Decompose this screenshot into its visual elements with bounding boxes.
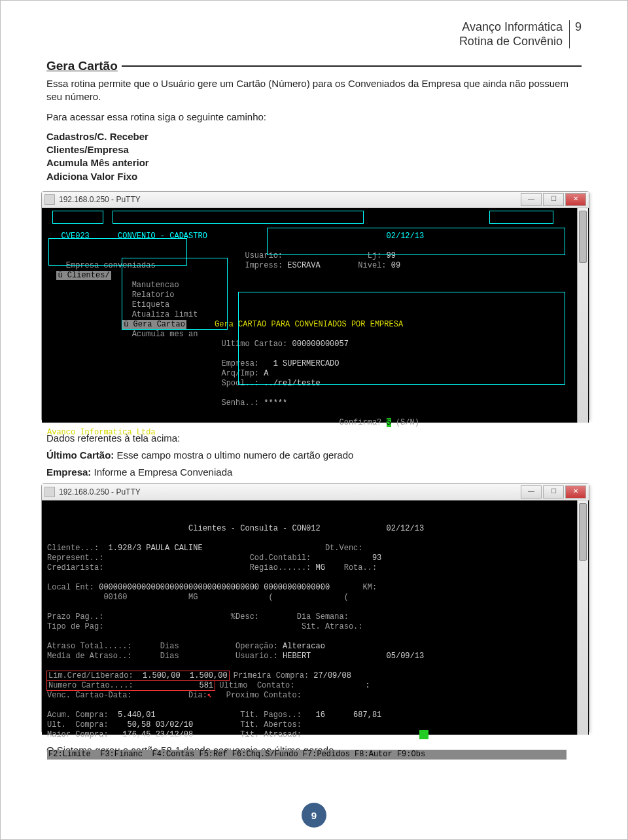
title-rule <box>122 65 582 67</box>
nav-cadastros: Cadastros/C. Receber <box>46 130 582 143</box>
page-header: Avanço Informática Rotina de Convênio 9 <box>46 20 582 48</box>
nav-acumula: Acumula Mês anterior <box>46 156 582 169</box>
putty-icon <box>44 194 55 205</box>
page-number-bottom: 9 <box>302 803 326 828</box>
putty-window-1: 192.168.0.250 - PuTTY — ☐ ✕ CVE023 CONVE… <box>41 191 589 420</box>
nav-clientes: Clientes/Empresa <box>46 143 582 156</box>
ultimo-cartao-txt: Esse campo mostra o ultimo numero de car… <box>114 449 353 461</box>
close-button[interactable]: ✕ <box>565 193 586 206</box>
intro-text: Essa rotina permite que o Usuário gere u… <box>46 77 582 104</box>
page-number-top: 9 <box>570 20 582 35</box>
min-button[interactable]: — <box>521 193 542 206</box>
close-button[interactable]: ✕ <box>565 485 586 499</box>
section-title: Gera Cartão <box>46 59 118 73</box>
terminal-2[interactable]: Clientes - Consulta - CON012 02/12/13 Cl… <box>42 500 589 735</box>
max-button[interactable]: ☐ <box>543 485 564 499</box>
putty2-title: 192.168.0.250 - PuTTY <box>59 487 519 497</box>
empresa-txt: Informe a Empresa Conveniada <box>91 466 232 478</box>
brand-line1: Avanço Informática <box>459 20 563 35</box>
fkey-bar: F2:Limite F3:Financ F4:Contas F5:Ref F6:… <box>47 750 567 760</box>
nav-adiciona: Adiciona Valor Fixo <box>46 170 582 183</box>
min-button[interactable]: — <box>521 485 542 499</box>
access-text: Para acessar essa rotina siga o seguinte… <box>46 111 582 124</box>
terminal-1[interactable]: CVE023 CONVENIO - CADASTRO 02/12/13 Usua… <box>42 208 589 423</box>
putty1-title: 192.168.0.250 - PuTTY <box>59 195 519 204</box>
nav-path: Cadastros/C. Receber Clientes/Empresa Ac… <box>46 130 582 183</box>
putty2-titlebar[interactable]: 192.168.0.250 - PuTTY — ☐ ✕ <box>42 484 589 500</box>
brand-line2: Rotina de Convênio <box>459 35 563 49</box>
putty1-titlebar[interactable]: 192.168.0.250 - PuTTY — ☐ ✕ <box>42 192 589 208</box>
scrollbar[interactable] <box>577 500 588 735</box>
scrollbar[interactable] <box>577 208 588 423</box>
putty-window-2: 192.168.0.250 - PuTTY — ☐ ✕ Clientes - C… <box>41 483 589 732</box>
brand-block: Avanço Informática Rotina de Convênio <box>459 20 570 48</box>
max-button[interactable]: ☐ <box>543 193 564 206</box>
t1-code: CVE023 <box>61 232 90 241</box>
t1-name: CONVENIO - CADASTRO <box>118 232 207 241</box>
page: Avanço Informática Rotina de Convênio 9 … <box>0 0 628 840</box>
t1-date: 02/12/13 <box>387 232 425 241</box>
